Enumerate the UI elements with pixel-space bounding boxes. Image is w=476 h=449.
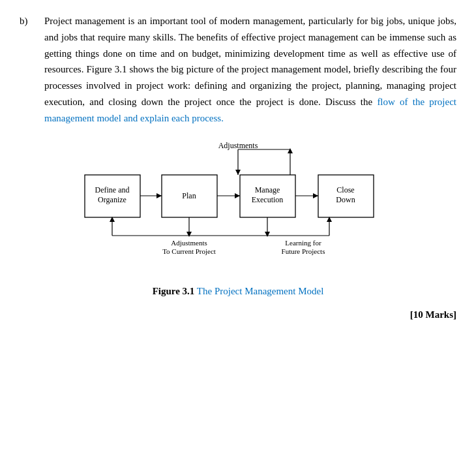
svg-text:To Current Project: To Current Project (162, 247, 216, 255)
svg-text:Adjustments: Adjustments (171, 239, 207, 247)
figure-caption-text: The Project Management Model (194, 286, 323, 296)
marks-label: [10 Marks] (20, 307, 456, 322)
svg-text:Plan: Plan (182, 191, 196, 200)
svg-text:Future Projects: Future Projects (282, 247, 325, 255)
svg-marker-19 (313, 193, 318, 198)
svg-text:Execution: Execution (252, 195, 284, 204)
svg-text:Down: Down (336, 195, 355, 204)
question-label: b) (20, 13, 44, 126)
svg-marker-2 (235, 170, 241, 175)
question-block: b) Project management is an important to… (20, 13, 456, 126)
figure-caption-bold: Figure 3.1 (153, 286, 195, 296)
svg-marker-24 (186, 232, 192, 237)
svg-text:Adjustments: Adjustments (218, 141, 258, 150)
svg-marker-26 (265, 232, 270, 237)
diagram-svg: Adjustments Define and Organize Plan (75, 139, 401, 274)
svg-marker-10 (156, 193, 162, 198)
svg-text:Define and: Define and (95, 185, 130, 194)
question-text-plain: Project management is an important tool … (44, 16, 456, 107)
svg-text:Close: Close (336, 185, 354, 194)
svg-marker-14 (235, 193, 240, 198)
svg-marker-4 (288, 148, 293, 153)
svg-text:Organize: Organize (98, 195, 126, 204)
figure-caption: Figure 3.1 The Project Management Model (153, 283, 324, 299)
svg-text:Manage: Manage (255, 185, 280, 194)
diagram-container: Adjustments Define and Organize Plan (20, 139, 456, 299)
question-text: Project management is an important tool … (44, 13, 456, 126)
svg-text:Learning for: Learning for (285, 239, 321, 247)
